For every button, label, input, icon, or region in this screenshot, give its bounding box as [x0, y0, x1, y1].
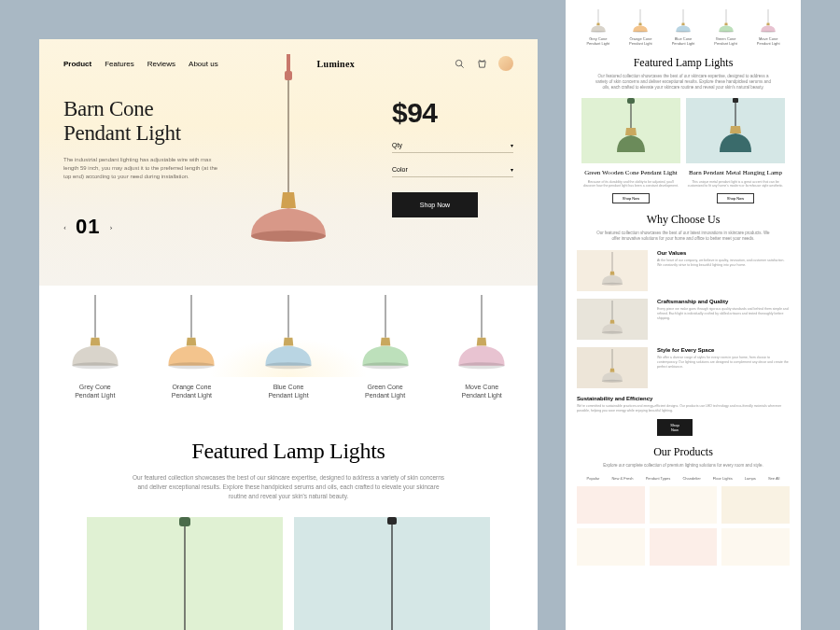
variant-label: Grey ConePendant Light — [51, 383, 139, 399]
product-variant-row: Grey ConePendant LightOrange ConePendant… — [39, 286, 538, 416]
svg-point-21 — [591, 31, 606, 33]
side-variant[interactable]: Blue ConePendant Light — [665, 9, 702, 47]
slide-counter: ‹ 01 › — [63, 215, 231, 239]
svg-point-27 — [719, 31, 734, 33]
svg-point-39 — [602, 379, 623, 382]
hero-lamp-image — [223, 54, 354, 278]
why-item-text: Sustainability and EfficiencyWe're commi… — [577, 396, 790, 414]
nav-link-about[interactable]: About us — [189, 60, 218, 68]
side-variant[interactable]: Move ConePendant Light — [749, 9, 787, 47]
side-featured-cards: Green Wooden Cone Pendant Light Because … — [577, 98, 790, 203]
side-card-green[interactable]: Green Wooden Cone Pendant Light Because … — [581, 98, 680, 203]
nav-link-reviews[interactable]: Reviews — [147, 60, 175, 68]
featured-card-blue[interactable] — [294, 517, 490, 630]
featured-cards — [86, 517, 491, 630]
shop-now-button[interactable]: Shop Now — [392, 192, 478, 217]
filter-tab[interactable]: Floor Lights — [713, 476, 733, 481]
why-item-desc: We offer a diverse range of styles for e… — [657, 356, 790, 371]
svg-point-7 — [72, 362, 118, 369]
filter-tab[interactable]: Lamps — [745, 476, 756, 481]
our-products-desc: Explore our complete collection of premi… — [577, 463, 790, 469]
svg-point-5 — [251, 231, 326, 242]
product-variant[interactable]: Grey ConePendant Light — [51, 295, 139, 399]
price-value: $94 — [392, 97, 513, 129]
product-variant[interactable]: Move ConePendant Light — [438, 295, 525, 399]
counter-number: 01 — [76, 215, 100, 239]
nav-link-features[interactable]: Features — [105, 60, 134, 68]
side-variant-label: Green ConePendant Light — [707, 37, 745, 47]
product-cell[interactable] — [650, 528, 718, 566]
qty-label: Qty — [392, 142, 402, 148]
svg-point-29 — [761, 31, 776, 33]
why-item: Style for Every SpaceWe offer a diverse … — [577, 347, 790, 388]
why-item-desc: Every piece we make goes through rigorou… — [657, 307, 790, 322]
variant-lamp-icon — [438, 295, 525, 377]
side-card-title: Green Wooden Cone Pendant Light — [581, 169, 680, 176]
qty-selector[interactable]: Qty ▾ — [392, 138, 513, 153]
hero-text: Barn Cone Pendant Light The industrial p… — [63, 97, 231, 239]
filter-tab[interactable]: See All — [768, 476, 779, 481]
nav-link-product[interactable]: Product — [63, 60, 91, 68]
product-cell[interactable] — [721, 486, 790, 524]
svg-rect-3 — [285, 71, 292, 80]
svg-point-11 — [265, 362, 311, 369]
side-card-image — [581, 98, 680, 163]
svg-point-35 — [602, 282, 623, 285]
featured-card-green[interactable] — [87, 517, 283, 630]
prev-arrow-icon[interactable]: ‹ — [63, 222, 66, 231]
filter-tab[interactable]: New & Fresh — [611, 476, 633, 481]
side-variant-lamp-icon — [749, 9, 787, 35]
product-variant[interactable]: Orange ConePendant Light — [147, 295, 235, 399]
user-avatar[interactable] — [498, 56, 513, 71]
color-selector[interactable]: Color ▾ — [392, 162, 513, 177]
side-shop-button[interactable]: Shop Now — [657, 419, 693, 436]
product-cell[interactable] — [721, 528, 790, 566]
product-grid — [577, 486, 790, 566]
svg-point-0 — [456, 60, 462, 65]
side-featured-title: Featured Lamp Lights — [577, 56, 790, 70]
hero-purchase: $94 Qty ▾ Color ▾ Shop Now — [392, 97, 513, 217]
why-item-image — [577, 347, 648, 388]
side-variant[interactable]: Grey ConePendant Light — [580, 9, 617, 47]
variant-label: Move ConePendant Light — [438, 383, 525, 399]
filter-tab[interactable]: Popular — [587, 476, 600, 481]
featured-description: Our featured collection showcases the be… — [130, 473, 447, 500]
color-label: Color — [392, 166, 408, 173]
filter-tab[interactable]: Pendant Types — [646, 476, 671, 481]
featured-section: Featured Lamp Lights Our featured collec… — [39, 416, 538, 630]
product-cell[interactable] — [650, 486, 718, 524]
product-cell[interactable] — [577, 528, 645, 566]
full-page-preview: Grey ConePendant LightOrange ConePendant… — [566, 0, 801, 630]
main-page-panel: Product Features Reviews About us Lumine… — [39, 39, 538, 630]
svg-line-1 — [461, 64, 464, 67]
side-card-blue[interactable]: Barn Pendant Metal Hanging Lamp This uni… — [686, 98, 785, 203]
product-variant[interactable]: Blue ConePendant Light — [245, 295, 332, 399]
side-card-title: Barn Pendant Metal Hanging Lamp — [686, 169, 785, 176]
next-arrow-icon[interactable]: › — [109, 222, 112, 231]
side-card-button[interactable]: Shop Now — [612, 193, 650, 203]
side-variant-lamp-icon — [580, 9, 617, 35]
svg-point-37 — [602, 330, 623, 333]
filter-tab[interactable]: Chandelier — [682, 476, 700, 481]
side-variant[interactable]: Green ConePendant Light — [707, 9, 745, 47]
svg-point-9 — [169, 362, 215, 369]
variant-lamp-icon — [51, 295, 139, 377]
svg-point-25 — [676, 31, 691, 33]
variant-lamp-icon — [147, 295, 235, 377]
why-item-text: Craftsmanship and QualityEvery piece we … — [657, 299, 790, 322]
why-item: Our ValuesAt the heart of our company, w… — [577, 250, 790, 291]
side-variant-label: Blue ConePendant Light — [665, 37, 702, 47]
svg-point-15 — [459, 362, 505, 369]
side-variant-lamp-icon — [707, 9, 745, 35]
cart-icon[interactable] — [476, 57, 489, 70]
hero-content: Barn Cone Pendant Light The industrial p… — [63, 97, 513, 239]
variant-label: Blue ConePendant Light — [245, 383, 332, 399]
side-variant[interactable]: Orange ConePendant Light — [622, 9, 659, 47]
our-products-title: Our Products — [577, 445, 790, 459]
product-variant[interactable]: Green ConePendant Light — [342, 295, 429, 399]
side-featured-desc: Our featured collection showcases the be… — [577, 74, 790, 91]
side-card-button[interactable]: Shop Now — [717, 193, 754, 203]
product-cell[interactable] — [577, 486, 645, 524]
search-icon[interactable] — [454, 57, 467, 70]
side-card-desc: Because of its durability and the abilit… — [581, 180, 680, 189]
